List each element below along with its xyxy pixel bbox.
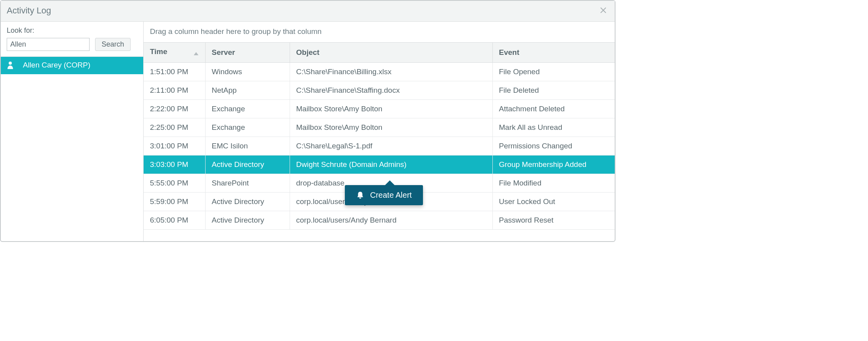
cell-server: Active Directory [205,156,290,174]
cell-object: C:\Share\Legal\S-1.pdf [290,137,492,156]
cell-time: 1:51:00 PM [144,63,205,81]
group-by-hint[interactable]: Drag a column header here to group by th… [144,22,615,42]
cell-event: File Modified [492,174,615,193]
table-row[interactable]: 1:51:00 PMWindowsC:\Share\Finance\Billin… [144,63,615,81]
cell-object: Mailbox Store\Amy Bolton [290,100,492,118]
cell-event: Attachment Deleted [492,100,615,118]
close-icon[interactable] [598,5,609,17]
search-area: Look for: Search [1,22,143,57]
column-header-label: Time [150,47,167,56]
cell-event: Mark All as Unread [492,118,615,137]
cell-event: File Deleted [492,81,615,100]
sidebar-item-user[interactable]: Allen Carey (CORP) [1,57,143,74]
table-row[interactable]: 3:03:00 PMActive DirectoryDwight Schrute… [144,156,615,174]
cell-object: Dwight Schrute (Domain Admins) [290,156,492,174]
table-row[interactable]: 6:05:00 PMActive Directorycorp.local/use… [144,211,615,230]
activity-log-window: Activity Log Look for: Search [0,0,615,242]
cell-event: File Opened [492,63,615,81]
cell-object: corp.local/users/Andy Bernard [290,211,492,230]
sidebar: Look for: Search Allen Carey (CORP) [1,22,144,241]
cell-server: EMC Isilon [205,137,290,156]
table-row[interactable]: 2:25:00 PMExchangeMailbox Store\Amy Bolt… [144,118,615,137]
column-header-label: Event [499,48,520,56]
cell-event: Password Reset [492,211,615,230]
svg-point-0 [9,62,12,65]
column-header-server[interactable]: Server [205,43,290,63]
sidebar-item-label: Allen Carey (CORP) [23,61,90,69]
user-icon [7,61,13,69]
sort-asc-icon [193,49,199,58]
cell-server: Windows [205,63,290,81]
cell-time: 6:05:00 PM [144,211,205,230]
cell-event: Permissions Changed [492,137,615,156]
cell-time: 3:03:00 PM [144,156,205,174]
cell-server: NetApp [205,81,290,100]
cell-time: 2:11:00 PM [144,81,205,100]
titlebar: Activity Log [1,1,615,22]
cell-time: 5:55:00 PM [144,174,205,193]
search-button[interactable]: Search [95,38,131,51]
column-header-time[interactable]: Time [144,43,205,63]
cell-time: 5:59:00 PM [144,193,205,211]
table-row[interactable]: 3:01:00 PMEMC IsilonC:\Share\Legal\S-1.p… [144,137,615,156]
create-alert-tooltip[interactable]: Create Alert [345,185,423,205]
cell-object: C:\Share\Finance\Staffing.docx [290,81,492,100]
tooltip-label: Create Alert [370,191,412,200]
search-input[interactable] [7,38,90,51]
column-header-event[interactable]: Event [492,43,615,63]
main-panel: Drag a column header here to group by th… [144,22,615,241]
bell-icon [356,191,365,200]
cell-object: C:\Share\Finance\Billing.xlsx [290,63,492,81]
cell-event: Group Membership Added [492,156,615,174]
cell-server: Active Directory [205,211,290,230]
cell-time: 3:01:00 PM [144,137,205,156]
cell-object: Mailbox Store\Amy Bolton [290,118,492,137]
cell-time: 2:25:00 PM [144,118,205,137]
cell-server: Exchange [205,118,290,137]
column-header-object[interactable]: Object [290,43,492,63]
cell-server: Active Directory [205,193,290,211]
cell-server: SharePoint [205,174,290,193]
cell-server: Exchange [205,100,290,118]
table-row[interactable]: 2:11:00 PMNetAppC:\Share\Finance\Staffin… [144,81,615,100]
look-for-label: Look for: [7,26,137,35]
table-row[interactable]: 2:22:00 PMExchangeMailbox Store\Amy Bolt… [144,100,615,118]
cell-event: User Locked Out [492,193,615,211]
cell-time: 2:22:00 PM [144,100,205,118]
window-title: Activity Log [7,6,598,16]
column-header-label: Server [212,48,235,56]
column-header-label: Object [296,48,320,56]
